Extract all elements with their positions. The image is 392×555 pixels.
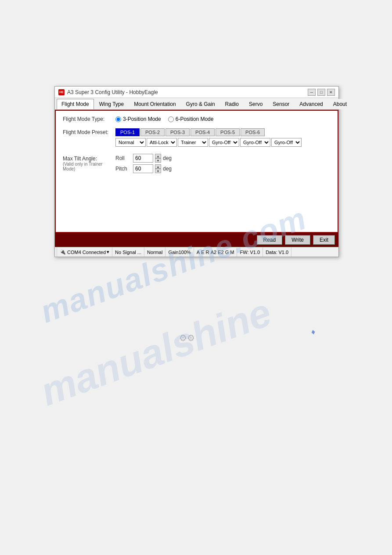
close-button[interactable]: ✕	[327, 89, 335, 96]
radio-6pos-label: 6-Position Mode	[176, 116, 214, 122]
pitch-unit: deg	[163, 166, 172, 172]
com-dropdown-arrow[interactable]: ▾	[107, 249, 109, 255]
write-button[interactable]: Write	[285, 235, 310, 245]
tab-gyro-gain[interactable]: Gyro & Gain	[181, 99, 220, 109]
tab-servo[interactable]: Servo	[244, 99, 267, 109]
main-window: HE A3 Super 3 Config Utility - HobbyEagl…	[54, 86, 339, 257]
content-area: Flight Mode Type: 3-Position Mode 6-Posi…	[55, 110, 338, 233]
bottom-action-bar: Read Write Exit	[55, 233, 338, 247]
flight-mode-type-radio-group: 3-Position Mode 6-Position Mode	[115, 116, 213, 122]
dropdown-pos4[interactable]: Normal Atti-Lock Trainer Gyro-Off	[209, 138, 239, 147]
preset-pos4-button[interactable]: POS-4	[191, 128, 215, 136]
roll-control: Roll 60 ▲ ▼ deg	[115, 154, 172, 163]
status-mode: Normal	[144, 247, 165, 257]
flight-mode-type-label: Flight Mode Type:	[63, 116, 115, 122]
roll-spinners: ▲ ▼	[155, 154, 161, 163]
status-signal-text: No Signal ...	[115, 250, 141, 255]
status-com-text: COM4 Connected	[67, 250, 106, 255]
radio-3pos[interactable]: 3-Position Mode	[115, 116, 161, 122]
pitch-down-button[interactable]: ▼	[155, 169, 161, 173]
tilt-subtitle: (Valid only in Trainer Mode)	[63, 162, 115, 171]
roll-down-button[interactable]: ▼	[155, 158, 161, 163]
preset-pos6-button[interactable]: POS-6	[241, 128, 265, 136]
status-ch-a2: A2	[211, 250, 216, 255]
status-ch-m: M	[230, 250, 234, 255]
read-button[interactable]: Read	[257, 235, 283, 245]
flight-mode-preset-label: Flight Mode Preset:	[63, 129, 115, 135]
status-ch-e: E	[201, 250, 204, 255]
max-tilt-label: Max Tilt Angle:	[63, 156, 115, 162]
status-signal: No Signal ...	[112, 247, 144, 257]
titlebar-controls: ─ □ ✕	[308, 89, 335, 96]
preset-buttons-group: POS-1 POS-2 POS-3 POS-4 POS-5 POS-6	[115, 128, 265, 136]
radio-3pos-label: 3-Position Mode	[123, 116, 161, 122]
status-fw-text: FW: V1.0	[240, 250, 260, 255]
com-icon: 🔌	[60, 249, 66, 255]
pitch-spinners: ▲ ▼	[155, 164, 161, 173]
window-title: A3 Super 3 Config Utility - HobbyEagle	[67, 89, 158, 95]
radio-6pos-input[interactable]	[168, 116, 174, 122]
titlebar-left: HE A3 Super 3 Config Utility - HobbyEagl…	[58, 89, 158, 95]
titlebar: HE A3 Super 3 Config Utility - HobbyEagl…	[55, 87, 338, 98]
pitch-label: Pitch	[115, 166, 131, 172]
status-ch-e2: E2	[218, 250, 223, 255]
maximize-button[interactable]: □	[317, 89, 325, 96]
minimize-button[interactable]: ─	[308, 89, 316, 96]
tab-flight-mode[interactable]: Flight Mode	[57, 99, 94, 109]
status-mode-text: Normal	[147, 250, 162, 255]
tab-wing-type[interactable]: Wing Type	[94, 99, 129, 109]
preset-pos1-button[interactable]: POS-1	[115, 128, 140, 136]
status-gain-text: Gain100%	[168, 250, 191, 255]
dropdown-pos3[interactable]: Normal Atti-Lock Trainer Gyro-Off	[178, 138, 208, 147]
status-gain: Gain100%	[165, 247, 194, 257]
page-background: manualshine.com manualshine ⬧ ⚙⚙ HE A3 S…	[0, 0, 392, 555]
radio-3pos-input[interactable]	[115, 116, 121, 122]
status-com[interactable]: 🔌 COM4 Connected ▾	[57, 247, 112, 257]
tab-mount-orientation[interactable]: Mount Orientation	[129, 99, 180, 109]
preset-pos2-button[interactable]: POS-2	[140, 128, 165, 136]
preset-pos5-button[interactable]: POS-5	[216, 128, 240, 136]
status-fw: FW: V1.0	[237, 247, 263, 257]
status-data-text: Data: V1.0	[266, 250, 288, 255]
gear-watermark: ⚙⚙	[179, 333, 195, 355]
tab-bar: Flight Mode Wing Type Mount Orientation …	[55, 98, 338, 110]
pitch-up-button[interactable]: ▲	[155, 164, 161, 169]
dropdown-pos6[interactable]: Normal Atti-Lock Trainer Gyro-Off	[271, 138, 302, 147]
preset-pos3-button[interactable]: POS-3	[165, 128, 190, 136]
dropdown-row: Normal Atti-Lock Trainer Gyro-Off Normal…	[115, 138, 331, 147]
tab-advanced[interactable]: Advanced	[295, 99, 327, 109]
flight-mode-type-row: Flight Mode Type: 3-Position Mode 6-Posi…	[63, 116, 331, 122]
roll-label: Roll	[115, 155, 131, 161]
status-ch-a: A	[197, 250, 200, 255]
roll-unit: deg	[163, 155, 172, 161]
roll-up-button[interactable]: ▲	[155, 154, 161, 158]
watermark-line2: manualshine	[35, 290, 277, 415]
pitch-control: Pitch 60 ▲ ▼ deg	[115, 164, 172, 173]
status-channels: A E R A2 E2 G M	[194, 247, 237, 257]
tilt-roll-row: Max Tilt Angle: (Valid only in Trainer M…	[63, 154, 331, 173]
exit-button[interactable]: Exit	[313, 235, 335, 245]
statusbar: 🔌 COM4 Connected ▾ No Signal ... Normal …	[55, 247, 338, 257]
flight-mode-preset-section: Flight Mode Preset: POS-1 POS-2 POS-3 PO…	[63, 128, 331, 147]
status-data: Data: V1.0	[263, 247, 291, 257]
preset-row: Flight Mode Preset: POS-1 POS-2 POS-3 PO…	[63, 128, 331, 136]
status-ch-g: G	[225, 250, 229, 255]
dropdown-pos1[interactable]: Normal Atti-Lock Trainer Gyro-Off	[115, 138, 146, 147]
status-ch-r: R	[206, 250, 209, 255]
tab-about[interactable]: About	[328, 99, 352, 109]
radio-6pos[interactable]: 6-Position Mode	[168, 116, 214, 122]
app-icon: HE	[58, 89, 65, 95]
cursor-watermark: ⬧	[309, 324, 321, 337]
roll-input[interactable]: 60	[133, 154, 153, 163]
dropdown-pos2[interactable]: Normal Atti-Lock Trainer Gyro-Off	[147, 138, 177, 147]
tilt-section: Max Tilt Angle: (Valid only in Trainer M…	[63, 154, 331, 173]
tab-radio[interactable]: Radio	[220, 99, 244, 109]
dropdown-pos5[interactable]: Normal Atti-Lock Trainer Gyro-Off	[240, 138, 270, 147]
pitch-input[interactable]: 60	[133, 164, 153, 173]
tab-sensor[interactable]: Sensor	[268, 99, 294, 109]
